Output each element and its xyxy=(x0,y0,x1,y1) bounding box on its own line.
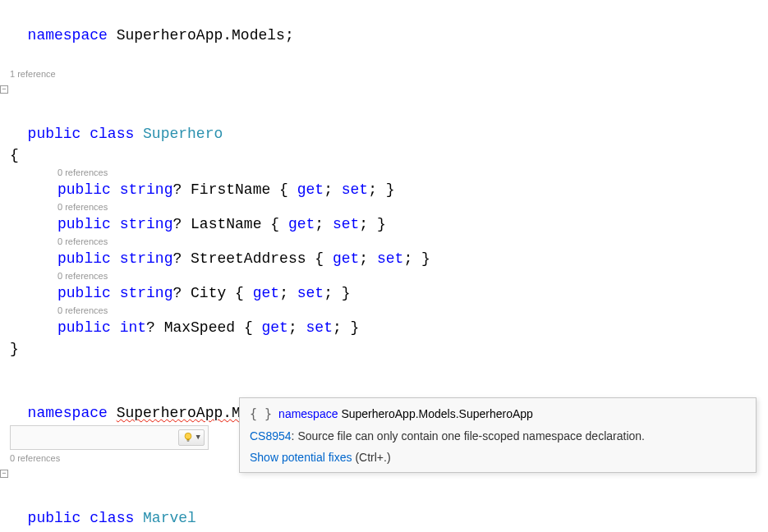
property-name: StreetAddress xyxy=(191,250,306,267)
code-line-namespace-1: namespace SuperheroApp.Models; xyxy=(0,3,768,46)
blank-line xyxy=(0,46,768,67)
codelens-references[interactable]: 0 references xyxy=(0,235,768,248)
semicolon: ; xyxy=(285,27,294,44)
property-line: public int? MaxSpeed { get; set; } xyxy=(0,317,768,338)
class-name: Superhero xyxy=(143,126,223,142)
property-name: MaxSpeed xyxy=(164,319,235,336)
property-name: LastName xyxy=(191,216,261,232)
keyword-namespace: namespace xyxy=(28,405,108,421)
brace-close: } xyxy=(0,338,768,360)
brace-open: { xyxy=(0,144,768,166)
lightbulb-icon xyxy=(182,432,194,443)
error-text: Source file can only contain one file-sc… xyxy=(297,429,645,443)
tooltip-namespace-keyword: namespace xyxy=(278,407,338,420)
error-tooltip: { } namespace SuperheroApp.Models.Superh… xyxy=(239,397,757,473)
show-potential-fixes-link[interactable]: Show potential fixes (Ctrl+.) xyxy=(250,451,746,464)
keyword-class: class xyxy=(90,510,134,526)
brace-open: { xyxy=(0,529,768,532)
keyword-class: class xyxy=(90,126,134,142)
svg-rect-2 xyxy=(186,441,188,442)
code-line-class-decl: − public class Superhero xyxy=(0,80,768,144)
property-line: public string? FirstName { get; set; } xyxy=(0,179,768,200)
quick-actions-bar: ▼ xyxy=(10,425,209,450)
class-name: Marvel xyxy=(143,510,196,526)
tooltip-error-message: CS8954: Source file can only contain one… xyxy=(250,429,746,443)
namespace-name: SuperheroApp.Models xyxy=(117,27,285,44)
lightbulb-button[interactable]: ▼ xyxy=(178,429,205,446)
codelens-references[interactable]: 0 references xyxy=(0,166,768,179)
property-name: City xyxy=(191,285,226,301)
blank-line xyxy=(0,360,768,381)
error-code: CS8954 xyxy=(250,429,292,443)
code-line-class-decl-2: − public class Marvel xyxy=(0,465,768,529)
svg-point-0 xyxy=(185,433,191,439)
property-line: public string? City { get; set; } xyxy=(0,282,768,304)
codelens-references[interactable]: 0 references xyxy=(0,304,768,317)
codelens-references[interactable]: 0 references xyxy=(0,269,768,282)
namespace-brace-icon: { } xyxy=(250,406,272,421)
shortcut-label: (Ctrl+.) xyxy=(352,451,391,464)
property-line: public string? LastName { get; set; } xyxy=(0,213,768,235)
property-line: public string? StreetAddress { get; set;… xyxy=(0,248,768,269)
svg-rect-1 xyxy=(186,439,189,441)
fold-toggle-icon[interactable]: − xyxy=(0,470,8,478)
tooltip-header: { } namespace SuperheroApp.Models.Superh… xyxy=(250,406,746,421)
codelens-references[interactable]: 0 references xyxy=(0,200,768,213)
chevron-down-icon: ▼ xyxy=(196,433,200,442)
codelens-references[interactable]: 1 reference xyxy=(0,67,768,80)
fold-toggle-icon[interactable]: − xyxy=(0,85,8,94)
property-name: FirstName xyxy=(191,181,270,198)
tooltip-namespace-text: SuperheroApp.Models.SuperheroApp xyxy=(341,407,533,420)
keyword-public: public xyxy=(28,126,81,142)
keyword-namespace: namespace xyxy=(28,27,108,44)
keyword-public: public xyxy=(28,510,81,526)
